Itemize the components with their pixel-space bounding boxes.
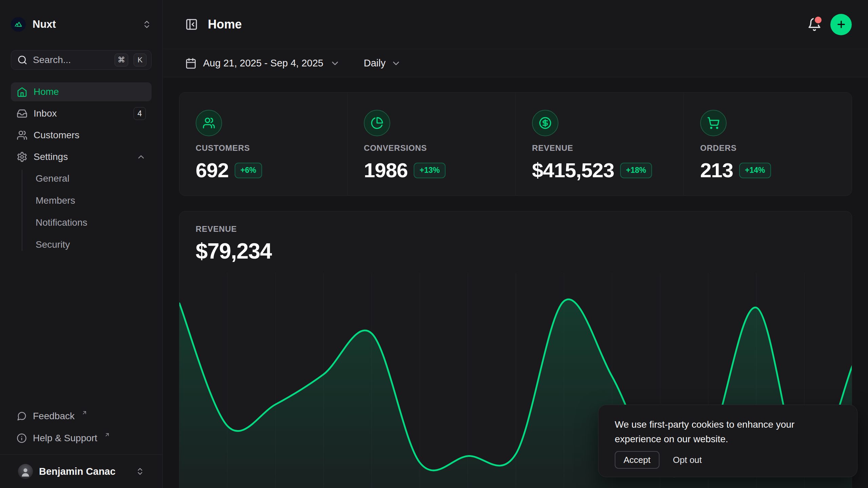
- revenue-panel-value: $79,234: [196, 239, 272, 264]
- page-header: Home: [163, 0, 868, 49]
- sidebar-divider: [0, 454, 162, 455]
- stat-change-badge: +14%: [739, 163, 771, 178]
- stat-label: REVENUE: [532, 143, 573, 153]
- shopping-cart-icon: [700, 110, 727, 136]
- calendar-icon: [185, 58, 197, 69]
- stat-value: $415,523: [532, 159, 614, 182]
- search-input[interactable]: Search... ⌘ K: [11, 50, 152, 70]
- external-link-arrow-icon: [104, 432, 110, 438]
- date-range-value: Aug 21, 2025 - Sep 4, 2025: [203, 58, 323, 69]
- notification-dot: [813, 15, 823, 25]
- search-icon: [17, 55, 27, 65]
- stat-revenue[interactable]: REVENUE $415,523 +18%: [515, 93, 684, 196]
- cookie-message: We use first-party cookies to enhance yo…: [615, 417, 832, 447]
- stat-change-badge: +18%: [620, 163, 652, 178]
- stat-conversions[interactable]: CONVERSIONS 1986 +13%: [347, 93, 515, 196]
- workspace-switcher[interactable]: Nuxt: [11, 13, 152, 36]
- filters-toolbar: Aug 21, 2025 - Sep 4, 2025 Daily: [163, 49, 868, 77]
- chevrons-up-down-icon: [136, 467, 144, 476]
- search-placeholder: Search...: [33, 55, 109, 65]
- stat-change-badge: +6%: [235, 163, 262, 178]
- period-select[interactable]: Daily: [364, 58, 401, 69]
- pie-chart-icon: [364, 110, 390, 136]
- chevrons-up-down-icon: [142, 20, 152, 29]
- avatar: [18, 464, 33, 479]
- users-icon: [196, 110, 222, 136]
- circle-dollar-icon: [532, 110, 558, 136]
- external-link-arrow-icon: [81, 410, 87, 416]
- stat-value: 1986: [364, 159, 408, 182]
- chevron-down-icon: [330, 58, 340, 68]
- notifications-button[interactable]: [807, 17, 822, 32]
- home-icon: [17, 86, 27, 97]
- sidebar-item-security[interactable]: Security: [11, 235, 152, 254]
- kbd-k: K: [134, 54, 146, 66]
- sidebar-item-feedback[interactable]: Feedback: [11, 407, 152, 426]
- inbox-icon: [17, 108, 27, 119]
- kbd-cmd: ⌘: [115, 54, 128, 66]
- stat-value: 213: [700, 159, 733, 182]
- stats-card: CUSTOMERS 692 +6% CONVERSIONS 1986 +13% …: [179, 92, 852, 196]
- period-value: Daily: [364, 58, 386, 69]
- gear-icon: [17, 151, 27, 162]
- cookie-banner: We use first-party cookies to enhance yo…: [598, 405, 857, 477]
- stat-label: CONVERSIONS: [364, 143, 427, 153]
- panel-left-close-icon[interactable]: [185, 18, 198, 31]
- users-icon: [17, 130, 27, 141]
- chevron-down-icon: [391, 58, 401, 68]
- chevron-up-icon: [136, 152, 146, 162]
- sidebar-item-notifications[interactable]: Notifications: [11, 213, 152, 232]
- add-button[interactable]: [830, 14, 852, 35]
- message-circle-icon: [17, 411, 27, 421]
- page-title: Home: [208, 17, 242, 32]
- user-menu[interactable]: Benjamin Canac: [12, 459, 150, 484]
- sidebar-item-members[interactable]: Members: [11, 191, 152, 210]
- stat-customers[interactable]: CUSTOMERS 692 +6%: [179, 93, 347, 196]
- sidebar-item-general[interactable]: General: [11, 169, 152, 188]
- info-circle-icon: [17, 433, 27, 443]
- workspace-name: Nuxt: [33, 18, 135, 30]
- sidebar-item-help-support[interactable]: Help & Support: [11, 429, 152, 448]
- stat-label: CUSTOMERS: [196, 143, 250, 153]
- accept-cookies-button[interactable]: Accept: [615, 451, 659, 469]
- revenue-panel-label: REVENUE: [196, 224, 237, 234]
- user-name: Benjamin Canac: [39, 466, 130, 477]
- stat-value: 692: [196, 159, 229, 182]
- sidebar-item-settings[interactable]: Settings: [11, 147, 152, 166]
- nuxt-logo-icon: [11, 17, 26, 32]
- sidebar: Nuxt Search... ⌘ K Home Inbox 4: [0, 0, 163, 488]
- sidebar-nav: Home Inbox 4 Customers Settings: [11, 82, 152, 257]
- submenu-guide-line: [22, 170, 22, 251]
- date-range-picker[interactable]: Aug 21, 2025 - Sep 4, 2025: [185, 58, 340, 69]
- settings-submenu: General Members Notifications Security: [11, 169, 152, 254]
- sidebar-item-customers[interactable]: Customers: [11, 126, 152, 145]
- sidebar-item-inbox[interactable]: Inbox 4: [11, 104, 152, 123]
- stat-orders[interactable]: ORDERS 213 +14%: [684, 93, 852, 196]
- inbox-count-badge: 4: [134, 107, 146, 120]
- stat-label: ORDERS: [700, 143, 736, 153]
- opt-out-button[interactable]: Opt out: [673, 455, 702, 465]
- stat-change-badge: +13%: [414, 163, 445, 178]
- sidebar-item-home[interactable]: Home: [11, 82, 152, 101]
